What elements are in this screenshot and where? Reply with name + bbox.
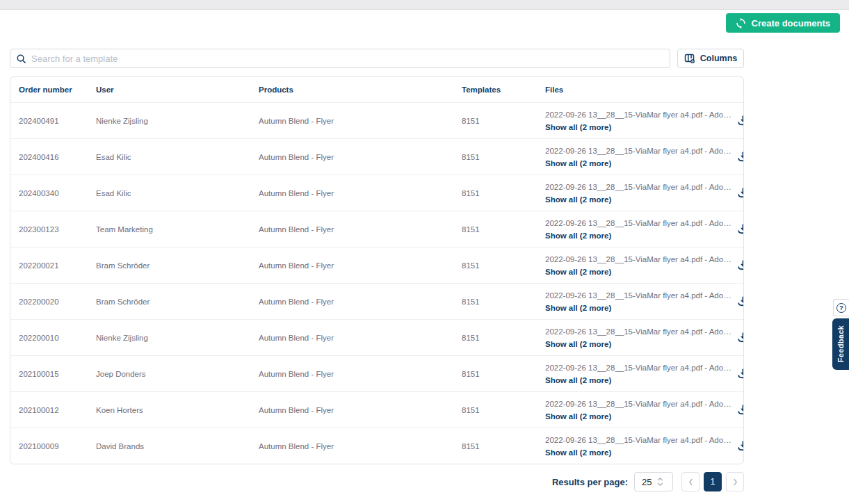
table-row: 202200010 Nienke Zijsling Autumn Blend -… [10, 319, 743, 355]
show-all-link[interactable]: Show all (2 more) [545, 412, 731, 421]
file-name: 2022-09-26 13__28__15-ViaMar flyer a4.pd… [545, 364, 731, 372]
column-header-templates: Templates [453, 86, 537, 94]
template-id: 8151 [453, 153, 537, 161]
download-icon [737, 332, 744, 343]
order-number: 202200010 [10, 334, 88, 342]
order-number: 202400491 [10, 117, 88, 125]
search-icon [16, 54, 26, 64]
user-name: Esad Kilic [88, 189, 250, 197]
columns-button[interactable]: Columns [677, 49, 744, 68]
chevron-right-icon [733, 478, 738, 486]
show-all-link[interactable]: Show all (2 more) [545, 376, 731, 384]
download-button[interactable] [737, 188, 744, 199]
file-name: 2022-09-26 13__28__15-ViaMar flyer a4.pd… [545, 255, 731, 263]
download-icon [737, 405, 744, 416]
question-icon: ? [836, 303, 846, 313]
show-all-link[interactable]: Show all (2 more) [545, 123, 731, 131]
user-name: Team Marketing [88, 225, 250, 234]
show-all-link[interactable]: Show all (2 more) [545, 195, 731, 204]
table-body: 202400491 Nienke Zijsling Autumn Blend -… [10, 102, 743, 464]
orders-table: Order number User Products Templates Fil… [10, 76, 744, 464]
order-number: 202200020 [10, 298, 88, 306]
file-name: 2022-09-26 13__28__15-ViaMar flyer a4.pd… [545, 183, 731, 191]
order-number: 202400340 [10, 189, 88, 197]
file-name: 2022-09-26 13__28__15-ViaMar flyer a4.pd… [545, 436, 731, 444]
product-name: Autumn Blend - Flyer [250, 225, 453, 234]
table-row: 202200020 Bram Schröder Autumn Blend - F… [10, 283, 743, 319]
refresh-icon [736, 18, 746, 29]
template-id: 8151 [453, 406, 537, 414]
product-name: Autumn Blend - Flyer [250, 406, 453, 414]
results-per-page-stepper[interactable] [634, 472, 673, 491]
product-name: Autumn Blend - Flyer [250, 153, 453, 161]
table-header-row: Order number User Products Templates Fil… [10, 77, 743, 102]
product-name: Autumn Blend - Flyer [250, 370, 453, 378]
show-all-link[interactable]: Show all (2 more) [545, 340, 731, 348]
column-header-order-number: Order number [10, 86, 88, 94]
download-button[interactable] [737, 441, 744, 452]
download-icon [737, 260, 744, 271]
download-button[interactable] [737, 260, 744, 271]
template-id: 8151 [453, 261, 537, 270]
results-per-page-input[interactable] [635, 477, 656, 487]
product-name: Autumn Blend - Flyer [250, 117, 453, 125]
column-header-files: Files [537, 86, 743, 94]
template-id: 8151 [453, 370, 537, 378]
table-row: 202100012 Koen Horters Autumn Blend - Fl… [10, 391, 743, 428]
download-button[interactable] [737, 368, 744, 380]
previous-page-button[interactable] [681, 472, 700, 491]
user-name: Joep Donders [88, 370, 250, 378]
order-number: 202200021 [10, 261, 88, 270]
download-button[interactable] [737, 296, 744, 307]
feedback-tab[interactable]: Feedback [832, 318, 849, 370]
template-id: 8151 [453, 442, 537, 450]
user-name: Bram Schröder [88, 298, 250, 306]
product-name: Autumn Blend - Flyer [250, 189, 453, 197]
download-icon [737, 224, 744, 235]
create-documents-button[interactable]: Create documents [726, 13, 840, 33]
download-icon [737, 188, 744, 199]
user-name: Esad Kilic [88, 153, 250, 161]
show-all-link[interactable]: Show all (2 more) [545, 231, 731, 240]
top-bar [0, 0, 849, 10]
search-input[interactable] [31, 54, 664, 64]
table-row: 202400491 Nienke Zijsling Autumn Blend -… [10, 102, 743, 138]
show-all-link[interactable]: Show all (2 more) [545, 159, 731, 168]
next-page-button[interactable] [726, 472, 744, 491]
show-all-link[interactable]: Show all (2 more) [545, 448, 731, 457]
chevron-left-icon [688, 478, 693, 486]
download-button[interactable] [737, 405, 744, 416]
template-id: 8151 [453, 298, 537, 306]
download-button[interactable] [737, 224, 744, 235]
stepper-arrows-icon[interactable] [657, 478, 663, 486]
order-number: 202100009 [10, 442, 88, 450]
table-row: 202100015 Joep Donders Autumn Blend - Fl… [10, 355, 743, 391]
table-row: 202400416 Esad Kilic Autumn Blend - Flye… [10, 138, 743, 174]
user-name: David Brands [88, 442, 250, 450]
download-icon [737, 296, 744, 307]
download-button[interactable] [737, 115, 744, 127]
file-name: 2022-09-26 13__28__15-ViaMar flyer a4.pd… [545, 147, 731, 155]
template-id: 8151 [453, 225, 537, 234]
table-row: 202300123 Team Marketing Autumn Blend - … [10, 211, 743, 247]
download-button[interactable] [737, 332, 744, 343]
product-name: Autumn Blend - Flyer [250, 442, 453, 450]
download-button[interactable] [737, 152, 744, 163]
page-1-button[interactable]: 1 [704, 472, 722, 491]
download-icon [737, 115, 744, 127]
column-header-products: Products [250, 86, 453, 94]
file-name: 2022-09-26 13__28__15-ViaMar flyer a4.pd… [545, 400, 731, 408]
template-search[interactable] [10, 49, 670, 68]
download-icon [737, 152, 744, 163]
product-name: Autumn Blend - Flyer [250, 261, 453, 270]
columns-label: Columns [700, 54, 737, 63]
template-id: 8151 [453, 117, 537, 125]
order-number: 202300123 [10, 225, 88, 234]
file-name: 2022-09-26 13__28__15-ViaMar flyer a4.pd… [545, 327, 731, 336]
download-icon [737, 441, 744, 452]
show-all-link[interactable]: Show all (2 more) [545, 304, 731, 312]
show-all-link[interactable]: Show all (2 more) [545, 268, 731, 276]
file-name: 2022-09-26 13__28__15-ViaMar flyer a4.pd… [545, 219, 731, 227]
help-button[interactable]: ? [833, 299, 849, 316]
create-documents-label: Create documents [752, 18, 830, 29]
